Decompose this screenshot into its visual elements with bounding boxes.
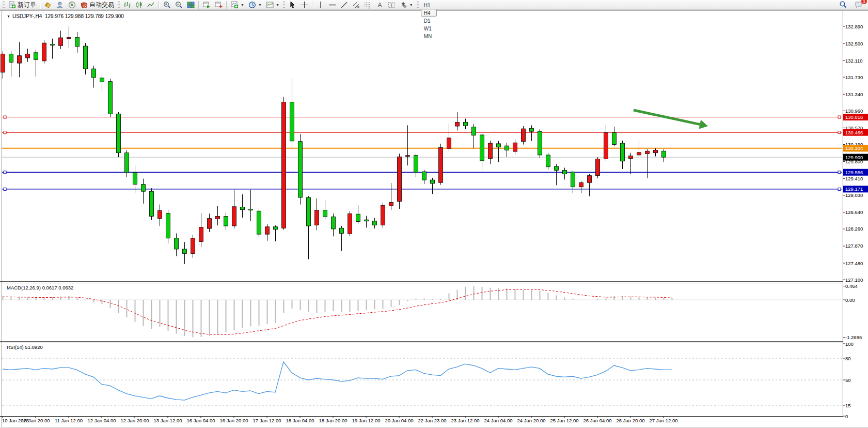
price-tick-label: 132.110 [845,58,863,64]
level-marker[interactable] [4,188,6,190]
line-chart-button[interactable] [145,1,157,9]
price-tick-label: 132.890 [845,24,863,29]
time-tick-label: 11 Jan 12:00 [55,418,83,423]
level-price-label: 129.556 [843,169,868,176]
candle [439,144,443,185]
trendline-icon [340,1,348,9]
equidistant-channel-tool-button[interactable]: E [350,1,362,9]
current-price-label: 129.900 [843,154,868,161]
text-label-tool-button[interactable]: T [386,1,398,9]
search-icon [839,1,847,9]
level-price-label: 130.816 [843,114,868,120]
arrows-tool-button[interactable]: ▼ [398,1,415,9]
time-tick-label: 16 Jan 04:00 [187,418,215,423]
collapse-caret-icon[interactable]: ▼ [7,14,10,18]
candlestick-chart-button[interactable] [133,1,145,9]
separator [226,1,227,9]
timeframe-W1[interactable]: W1 [421,24,437,32]
chart-window-bg [0,10,868,428]
periods-clock-icon [248,1,256,9]
svg-text:129.556: 129.556 [845,170,863,175]
bar-chart-button[interactable] [121,1,133,9]
chart-gold-button[interactable] [42,1,54,9]
timeframe-D1[interactable]: D1 [421,17,437,24]
time-tick-label: 24 Jan 20:00 [517,418,546,423]
add-indicator-button[interactable]: ▼ [229,1,246,9]
timeframe-MN[interactable]: MN [421,32,437,40]
candlestick-chart-icon [135,1,143,9]
search-button[interactable] [837,1,849,9]
data-feed-icon [68,1,76,9]
zoom-in-icon [163,1,171,9]
crosshair-tool-button[interactable] [298,1,310,9]
templates-button[interactable]: ▼ [264,1,281,9]
time-tick-label: 17 Jan 12:00 [253,418,281,423]
auto-scroll-icon [203,1,211,9]
zoom-out-icon [175,1,183,9]
time-tick-label: 18 Jan 20:00 [319,418,348,423]
level-marker[interactable] [4,171,6,174]
price-tick-label: 128.640 [845,209,863,215]
text-tool-button[interactable]: A [374,1,386,9]
chevron-down-icon: ▼ [241,3,244,7]
level-marker[interactable] [838,116,841,118]
comments-button[interactable]: 1 [853,1,865,9]
macd-tick-label: 0.00 [845,297,855,303]
new-order-label: 新订单 [18,1,36,9]
cursor-tool-button[interactable] [287,1,298,9]
time-tick-label: 12 Jan 04:00 [88,418,116,423]
vertical-line-tool-button[interactable] [314,1,326,9]
crosshair-icon [301,1,308,9]
level-marker[interactable] [838,171,841,174]
svg-text:T: T [390,3,393,8]
timeframe-H4[interactable]: H4 [421,9,437,17]
time-tick-label: 23 Jan 12:00 [451,418,480,423]
level-price-label: 129.171 [843,186,868,192]
price-tick-label: 131.340 [845,91,863,97]
chart-title-text: USDJPY-,H4 129.976 129.988 129.789 129.9… [12,13,124,19]
periods-button[interactable]: ▼ [246,1,264,9]
timeframe-H1[interactable]: H1 [421,1,437,9]
level-marker[interactable] [4,131,6,134]
level-marker[interactable] [4,116,6,118]
chevron-down-icon: ▼ [276,3,279,7]
timeframe-group: M1M5M15M30H1H4D1W1MN [420,0,437,40]
level-marker[interactable] [838,131,841,134]
candle [166,210,170,243]
new-order-button[interactable]: 新订单 [6,1,38,9]
zoom-in-button[interactable] [161,1,173,9]
trading-terminal: 新订单 自动交易 [0,0,868,428]
fibonacci-tool-button[interactable]: F [362,1,374,9]
data-feed-button[interactable] [66,1,78,9]
profiles-button[interactable] [54,1,66,9]
profiles-icon [56,1,64,9]
rsi-tick-label: 80 [845,356,851,361]
chart-shift-button[interactable] [213,1,225,9]
horizontal-line-tool-button[interactable] [326,1,338,9]
price-tick-label: 129.410 [845,176,863,181]
auto-scroll-button[interactable] [201,1,213,9]
bar-chart-icon [123,1,131,9]
candle [42,40,46,64]
trendline-tool-button[interactable] [338,1,350,9]
price-tick-label: 130.960 [845,108,863,114]
chevron-down-icon: ▼ [258,3,262,7]
chart-shift-icon [215,1,223,9]
rsi-tick-label: 50 [845,377,851,383]
level-marker[interactable] [838,188,841,190]
chart-title: ▼USDJPY-,H4 129.976 129.988 129.789 129.… [7,13,124,19]
separator [312,1,313,9]
toolbar-grip [283,1,285,9]
zoom-out-button[interactable] [173,1,185,9]
price-tick-label: 127.100 [845,277,863,283]
candle [348,211,352,236]
time-axis: 10 Jan 202310 Jan 20:0011 Jan 12:0012 Ja… [2,416,678,423]
auto-trading-button[interactable]: 自动交易 [78,1,116,9]
price-tick-label: 129.030 [845,192,863,198]
auto-trading-icon [80,1,88,9]
tile-windows-button[interactable] [185,1,197,9]
svg-text:A: A [377,2,382,9]
chart-canvas[interactable]: 132.890132.500132.110131.730131.340130.9… [0,0,868,428]
candle [298,134,303,204]
svg-text:130.104: 130.104 [845,145,863,151]
